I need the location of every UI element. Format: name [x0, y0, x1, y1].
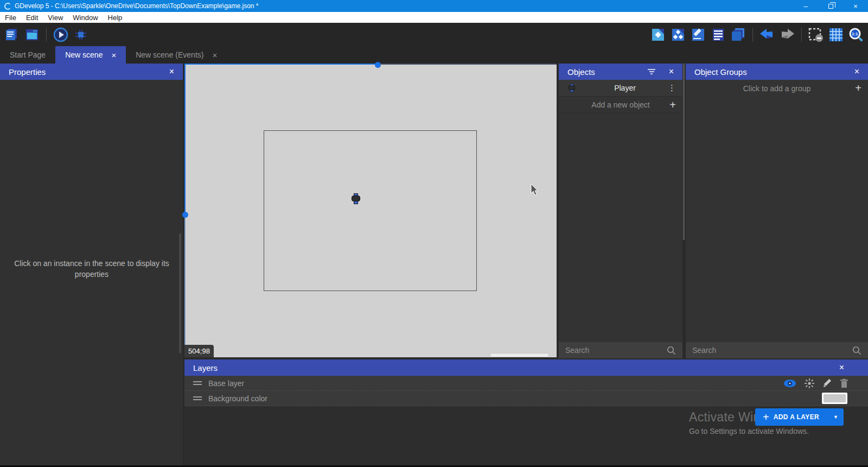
toolbar-separator — [752, 28, 753, 42]
canvas-hscrollbar-thumb[interactable] — [490, 353, 549, 357]
menubar: File Edit View Window Help — [0, 12, 868, 23]
undo-icon[interactable] — [760, 27, 775, 42]
restore-button[interactable] — [818, 0, 843, 12]
debug-icon[interactable] — [73, 27, 88, 42]
project-manager-icon[interactable] — [4, 27, 20, 42]
tab-label: New scene (Events) — [136, 51, 203, 59]
layer-name: Base layer — [208, 379, 244, 388]
toggle-grid-icon[interactable] — [828, 27, 844, 42]
caret-down-icon[interactable]: ▼ — [833, 414, 838, 420]
objects-search-input[interactable] — [565, 346, 667, 355]
object-groups-search — [686, 342, 868, 358]
tab-new-scene-events[interactable]: New scene (Events) × — [126, 46, 227, 64]
toggle-mask-icon[interactable] — [808, 27, 824, 42]
menu-file[interactable]: File — [0, 12, 21, 23]
v-scroll-indicator — [184, 64, 186, 215]
tab-new-scene[interactable]: New scene × — [55, 46, 126, 64]
add-group-row[interactable]: Click to add a group + — [686, 80, 868, 97]
toolbar-separator — [801, 28, 802, 42]
tabbar: Start Page New scene × New scene (Events… — [0, 46, 868, 64]
close-tab-icon[interactable]: × — [111, 51, 116, 60]
play-preview-icon[interactable] — [53, 27, 68, 42]
objects-panel: Objects × Player ⋮ Add a new object + — [559, 64, 682, 358]
add-layer-button[interactable]: + ADD A LAYER ▼ — [755, 408, 844, 426]
close-tab-icon[interactable]: × — [212, 51, 217, 60]
object-groups-panel: Object Groups × Click to add a group + — [686, 64, 868, 358]
titlebar: GDevelop 5 - C:\Users\Sparkle\OneDrive\D… — [0, 0, 868, 12]
add-group-label: Click to add a group — [686, 84, 868, 93]
layer-delete-icon[interactable] — [840, 378, 848, 388]
menu-edit[interactable]: Edit — [21, 12, 43, 23]
add-object-icon[interactable] — [650, 27, 666, 42]
h-scroll-indicator — [184, 64, 378, 65]
start-page-icon[interactable] — [24, 27, 40, 42]
v-scroll-handle[interactable] — [182, 212, 188, 218]
open-layers-icon[interactable] — [731, 27, 746, 42]
zoom-original-icon[interactable]: 1:1 — [848, 27, 864, 42]
scene-canvas[interactable]: 504;98 — [184, 64, 557, 357]
object-groups-search-input[interactable] — [692, 346, 852, 355]
plus-icon[interactable]: + — [669, 99, 676, 111]
drag-handle-icon[interactable] — [193, 395, 202, 402]
object-name: Player — [567, 84, 682, 92]
h-scroll-handle[interactable] — [375, 62, 381, 68]
player-sprite-feet — [354, 201, 358, 204]
gdevelop-window: GDevelop 5 - C:\Users\Sparkle\OneDrive\D… — [0, 0, 868, 467]
toolbar-separator — [46, 28, 47, 42]
redo-icon[interactable] — [780, 27, 795, 42]
layer-edit-icon[interactable] — [822, 378, 832, 388]
player-thumbnail — [569, 84, 575, 92]
menu-window[interactable]: Window — [68, 12, 103, 23]
object-row-player[interactable]: Player ⋮ — [559, 80, 682, 97]
cursor-coordinates: 504;98 — [184, 345, 214, 357]
objects-scrollbar[interactable] — [683, 64, 685, 240]
add-layer-label: ADD A LAYER — [774, 413, 833, 421]
menu-help[interactable]: Help — [103, 12, 127, 23]
restore-icon — [828, 4, 833, 9]
search-icon — [667, 346, 676, 355]
close-properties-icon[interactable]: × — [169, 64, 174, 80]
layers-header: Layers × — [184, 359, 868, 376]
close-window-button[interactable]: × — [843, 0, 868, 12]
watermark-line2: Go to Settings to activate Windows. — [689, 427, 809, 436]
gdevelop-logo-icon — [4, 3, 11, 10]
player-instance[interactable] — [352, 193, 360, 204]
minimize-button[interactable]: – — [793, 0, 818, 12]
tab-start-page[interactable]: Start Page — [0, 46, 55, 64]
objects-search — [559, 342, 682, 358]
layers-title: Layers — [193, 363, 218, 373]
tab-label: Start Page — [10, 51, 46, 59]
plus-icon[interactable]: + — [855, 82, 861, 94]
menu-view[interactable]: View — [43, 12, 68, 23]
properties-title: Properties — [9, 67, 46, 77]
v-scroll-track — [184, 215, 186, 357]
add-object-group-icon[interactable] — [671, 27, 686, 42]
layer-visibility-icon[interactable] — [783, 379, 796, 388]
properties-header: Properties × — [0, 64, 183, 80]
edit-scene-properties-icon[interactable] — [691, 27, 706, 42]
layer-effects-icon[interactable] — [804, 378, 815, 389]
close-object-groups-icon[interactable]: × — [854, 64, 859, 80]
layer-row-background[interactable]: Background color — [184, 391, 868, 406]
object-groups-header: Object Groups × — [686, 64, 868, 80]
layers-panel: Layers × Base layer — [184, 359, 868, 465]
object-groups-title: Object Groups — [694, 67, 747, 77]
close-layers-icon[interactable]: × — [839, 359, 844, 376]
mouse-cursor — [531, 184, 539, 197]
layer-name: Background color — [208, 394, 267, 403]
add-object-row[interactable]: Add a new object + — [559, 97, 682, 113]
close-objects-icon[interactable]: × — [669, 64, 674, 80]
properties-scrollbar[interactable] — [179, 234, 181, 353]
plus-icon: + — [763, 411, 769, 424]
tab-label: New scene — [65, 51, 103, 59]
objects-title: Objects — [567, 67, 595, 77]
object-menu-icon[interactable]: ⋮ — [668, 83, 676, 93]
properties-panel: Properties × Click on an instance in the… — [0, 64, 183, 465]
open-events-icon[interactable] — [711, 27, 726, 42]
drag-handle-icon[interactable] — [193, 380, 202, 387]
zoom-label: 1:1 — [852, 31, 858, 36]
filter-icon[interactable] — [648, 68, 655, 75]
background-color-swatch[interactable] — [822, 393, 847, 404]
layer-row-base[interactable]: Base layer — [184, 376, 868, 391]
scene-window-bounds — [264, 130, 477, 291]
